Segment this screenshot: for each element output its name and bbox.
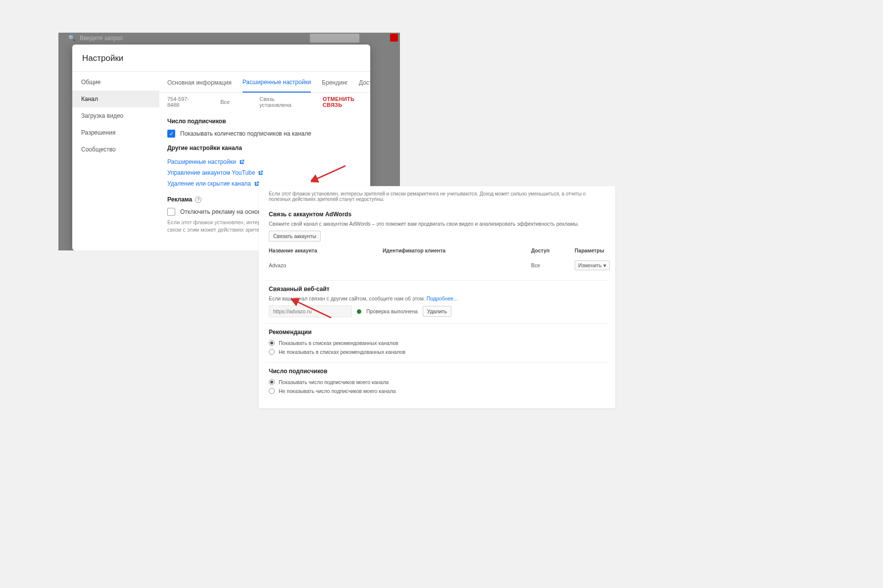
- sidebar-item-permissions[interactable]: Разрешения: [72, 124, 159, 141]
- other-settings-section: Другие настройки канала Расширенные наст…: [159, 139, 370, 190]
- learn-more-link[interactable]: Подробнее...: [427, 295, 458, 301]
- link-label: Расширенные настройки: [167, 158, 236, 165]
- settings-tabs: Основная информация Расширенные настройк…: [159, 72, 370, 93]
- top-note: Если этот флажок установлен, интересы зр…: [265, 190, 609, 206]
- tab-branding[interactable]: Брендинг: [322, 79, 348, 92]
- tab-basic-info[interactable]: Основная информация: [167, 79, 232, 92]
- recs-heading: Рекомендации: [269, 329, 605, 336]
- bg-search-bar: 🔍 Введите запрос: [68, 35, 123, 42]
- subs-opt1-label: Показывать число подписчиков моего канал…: [279, 379, 389, 385]
- adwords-section: Связь с аккаунтом AdWords Свяжите свой к…: [265, 206, 609, 281]
- linked-status: Связь установлена: [259, 96, 293, 108]
- bg-toolbar-chip: [310, 34, 359, 43]
- status-success-icon: [357, 309, 361, 314]
- site-sub-text: Если ваш канал связан с другим сайтом, с…: [269, 295, 427, 301]
- site-sub: Если ваш канал связан с другим сайтом, с…: [269, 295, 605, 301]
- edit-label: Изменить: [578, 262, 601, 268]
- linked-phone: 754-597-8488: [167, 96, 191, 108]
- radio-checked-icon[interactable]: [269, 379, 275, 385]
- recs-hide-radio[interactable]: Не показывать в списках рекомендованных …: [269, 347, 605, 356]
- site-heading: Связанный веб-сайт: [269, 286, 605, 293]
- help-icon[interactable]: ?: [195, 196, 201, 203]
- other-settings-heading: Другие настройки канала: [167, 145, 362, 151]
- recs-show-radio[interactable]: Показывать в списках рекомендованных кан…: [269, 339, 605, 347]
- adwords-heading: Связь с аккаунтом AdWords: [269, 211, 605, 218]
- subs-hide-radio[interactable]: Не показывать число подписчиков моего ка…: [269, 387, 605, 395]
- account-access: Все: [531, 262, 575, 268]
- bg-search-placeholder: Введите запрос: [80, 35, 123, 42]
- subscribers-checkbox-row[interactable]: ✓ Показывать количество подписчиков на к…: [167, 130, 362, 138]
- ads-heading-text: Реклама: [167, 196, 192, 203]
- external-link-icon: [239, 159, 245, 165]
- radio-empty-icon[interactable]: [269, 388, 275, 394]
- cancel-link-button[interactable]: ОТМЕНИТЬ СВЯЗЬ: [323, 96, 359, 108]
- link-label: Управление аккаунтом YouTube: [167, 169, 255, 176]
- sidebar-item-general[interactable]: Общие: [72, 74, 159, 91]
- remove-site-button[interactable]: Удалить: [423, 306, 451, 317]
- link-accounts-button[interactable]: Связать аккаунты: [269, 231, 321, 242]
- site-url-input[interactable]: [269, 305, 352, 317]
- search-icon: 🔍: [68, 35, 76, 42]
- link-manage-youtube-account[interactable]: Управление аккаунтом YouTube: [167, 167, 362, 178]
- link-advanced-settings[interactable]: Расширенные настройки: [167, 156, 362, 167]
- checkbox-checked-icon[interactable]: ✓: [167, 130, 175, 138]
- checkbox-empty-icon[interactable]: [167, 208, 175, 216]
- subscribers-heading: Число подписчиков: [167, 118, 362, 125]
- col-access: Доступ: [531, 247, 575, 253]
- subs-show-radio[interactable]: Показывать число подписчиков моего канал…: [269, 378, 605, 387]
- link-label: Удаление или скрытие канала: [167, 180, 251, 187]
- modal-title: Настройки: [72, 45, 370, 72]
- settings-sidebar: Общие Канал Загрузка видео Разрешения Со…: [72, 72, 159, 250]
- account-name: Advazo: [269, 262, 383, 268]
- linked-row: 754-597-8488 Все Связь установлена ОТМЕН…: [159, 93, 370, 112]
- tab-advanced[interactable]: Расширенные настройки: [243, 79, 311, 93]
- external-link-icon: [254, 181, 259, 187]
- recs-opt2-label: Не показывать в списках рекомендованных …: [279, 349, 405, 355]
- screenshot-advanced-settings-page: Если этот флажок установлен, интересы зр…: [259, 186, 615, 408]
- chevron-down-icon: ▾: [603, 262, 606, 268]
- linked-access: Все: [220, 99, 230, 105]
- tab-access[interactable]: Досту: [359, 79, 370, 92]
- site-status: Проверка выполнена: [366, 308, 418, 314]
- edit-dropdown-button[interactable]: Изменить ▾: [575, 260, 610, 270]
- radio-checked-icon[interactable]: [269, 340, 275, 346]
- subscribers-section: Число подписчиков ✓ Показывать количеств…: [159, 112, 370, 139]
- subscribers-checkbox-label: Показывать количество подписчиков на кан…: [180, 130, 311, 137]
- sidebar-item-community[interactable]: Сообщество: [72, 141, 159, 158]
- subscribers-count-section: Число подписчиков Показывать число подпи…: [265, 363, 609, 401]
- sidebar-item-upload[interactable]: Загрузка видео: [72, 107, 159, 124]
- external-link-icon: [258, 170, 263, 176]
- subs-opt2-label: Не показывать число подписчиков моего ка…: [279, 388, 396, 394]
- col-params: Параметры: [575, 247, 605, 253]
- adwords-table-row: Advazo Все Изменить ▾: [269, 256, 605, 274]
- col-name: Название аккаунта: [269, 247, 383, 253]
- recs-opt1-label: Показывать в списках рекомендованных кан…: [279, 340, 398, 346]
- radio-empty-icon[interactable]: [269, 349, 275, 355]
- adwords-sub: Свяжите свой канал с аккаунтом AdWords –…: [269, 221, 605, 227]
- adwords-table-header: Название аккаунта Идентификатор клиента …: [269, 242, 605, 256]
- linked-site-section: Связанный веб-сайт Если ваш канал связан…: [265, 281, 609, 324]
- recommendations-section: Рекомендации Показывать в списках рекоме…: [265, 324, 609, 363]
- subs-heading: Число подписчиков: [269, 368, 605, 375]
- col-id: Идентификатор клиента: [383, 247, 531, 253]
- bg-notification-icon: [390, 34, 398, 42]
- sidebar-item-channel[interactable]: Канал: [72, 91, 159, 107]
